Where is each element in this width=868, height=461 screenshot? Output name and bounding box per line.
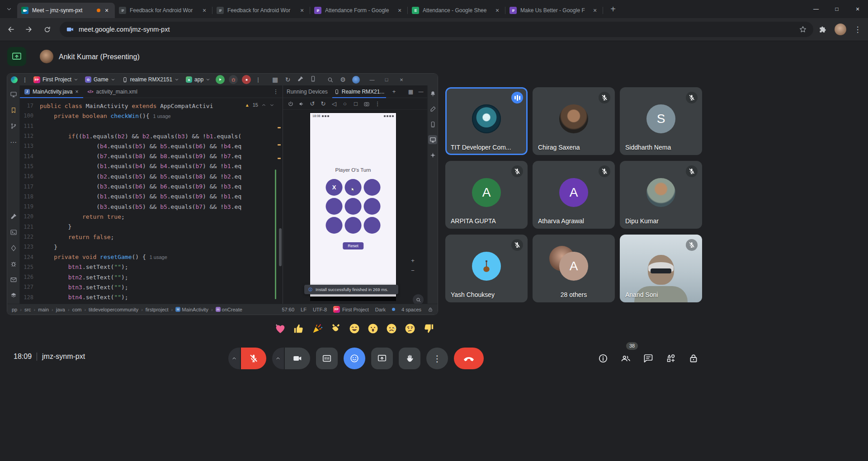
tab-close-icon[interactable]: × [75,89,78,95]
stripe-diamond-button[interactable] [9,244,18,253]
participant-tile[interactable]: AARPITA GUPTA [445,161,528,229]
participant-tile[interactable]: TITTIT Developer Com... [445,87,528,155]
device-volume-button[interactable] [297,99,307,109]
editor-tab[interactable]: JMainActivity.java× [20,85,83,98]
tool-device-phone-button[interactable] [310,75,316,84]
settings-gear-icon[interactable]: ⚙ [340,76,346,83]
file-encoding[interactable]: UTF-8 [313,307,327,312]
tab-close-icon[interactable]: × [298,6,306,14]
device-selector[interactable]: realme RMX2151 [121,75,180,84]
tool-grid-button[interactable]: ▦ [272,76,278,83]
participant-tile[interactable]: A28 others [533,235,615,302]
present-button[interactable] [371,348,393,369]
chat-button[interactable] [643,353,654,364]
stripe-gemini-button[interactable] [428,151,437,160]
search-icon[interactable] [327,76,334,83]
studio-maximize-icon[interactable]: □ [384,77,389,82]
device-nav-home-button[interactable]: ○ [340,99,350,109]
studio-close-icon[interactable]: × [398,76,405,83]
device-rotate-right-button[interactable]: ↻ [318,99,328,109]
panel-layout-icon[interactable]: ▦ [408,89,414,94]
tab-close-icon[interactable]: × [493,6,501,14]
browser-tab[interactable]: Meet – jmz-synm-pxt× [17,3,115,18]
window-close-button[interactable]: × [847,0,868,18]
run-config-selector[interactable]: G Game [84,75,117,84]
browser-tab[interactable]: Attendance - Google Shee× [408,3,505,18]
theme-indicator[interactable]: Dark [375,307,386,312]
main-menu-icon[interactable]: ⋮ [22,76,28,83]
indent-setting[interactable]: 4 spaces [401,307,421,312]
tic-tac-toe-cell[interactable]: X [326,179,343,196]
device-kebab-button[interactable]: ⋮ [373,99,382,109]
tic-tac-toe-cell[interactable] [364,179,381,196]
tool-build-button[interactable] [297,75,304,84]
browser-tab[interactable]: Feedback for Android Wor× [212,3,310,18]
participant-tile[interactable]: Yash Chouksey [445,235,528,302]
tab-close-icon[interactable]: × [103,6,111,14]
panel-hide-icon[interactable]: — [418,89,424,94]
device-rotate-left-button[interactable]: ↺ [307,99,317,109]
captions-button[interactable] [316,348,338,369]
reset-button[interactable]: Reset [343,242,363,249]
stripe-terminal-button[interactable] [9,228,18,237]
extensions-icon[interactable] [819,25,827,34]
run-more-icon[interactable]: ⋮ [255,76,261,83]
browser-menu-icon[interactable]: ⋮ [854,25,862,33]
code-editor[interactable]: 17public class MainActivity extends AppC… [20,98,283,304]
tic-tac-toe-cell[interactable] [326,198,343,215]
reaction-thumbs-up[interactable] [292,322,305,335]
add-device-icon[interactable]: + [391,89,397,95]
new-tab-button[interactable]: + [607,3,619,15]
back-button[interactable] [4,22,18,37]
mic-options-button[interactable] [228,348,240,369]
reaction-thumbs-down[interactable] [422,322,435,335]
stripe-monitor-button[interactable] [428,135,437,144]
caret-position[interactable]: 57:60 [282,307,295,312]
run-button[interactable] [216,75,225,84]
breadcrumb-item[interactable]: firstproject [146,307,169,312]
stripe-bell-button[interactable] [428,89,437,98]
next-warning-icon[interactable] [269,103,274,108]
stripe-monitor-button[interactable] [9,90,18,99]
tab-search-button[interactable] [3,3,15,15]
stripe-device-phone-button[interactable] [428,120,437,129]
stripe-bug-button[interactable] [9,259,18,268]
module-selector[interactable]: a app [184,75,212,84]
zoom-in-button[interactable]: + [409,257,416,264]
participant-tile[interactable]: Dipu Kumar [620,161,702,229]
tab-options-icon[interactable]: ⋮ [273,89,279,95]
reaction-clapping-hands[interactable] [330,322,342,335]
zoom-out-button[interactable]: − [409,267,416,274]
host-controls-button[interactable] [688,353,699,364]
tic-tac-toe-cell[interactable] [345,198,362,215]
window-maximize-button[interactable]: □ [826,0,847,18]
reaction-sparkling-heart[interactable] [274,322,287,335]
browser-tab[interactable]: Make Us Better - Google F× [505,3,603,18]
tool-sync-button[interactable]: ↻ [284,76,291,83]
tic-tac-toe-cell[interactable] [345,217,362,234]
device-nav-recents-button[interactable]: □ [351,99,361,109]
stripe-more-button[interactable]: ⋯ [9,137,18,146]
participant-tile[interactable]: Anand Soni [620,235,702,302]
activities-button[interactable] [665,353,676,364]
ide-account-avatar[interactable] [352,76,360,84]
breadcrumb-item[interactable]: MMainActivity [175,307,208,312]
camera-options-button[interactable] [272,348,284,369]
browser-tab[interactable]: Feedback for Android Wor× [115,3,212,18]
breadcrumb-item[interactable]: pp [12,307,17,312]
stop-button[interactable] [242,75,251,84]
camera-toggle-button[interactable] [285,348,310,369]
breadcrumb-item[interactable]: monCreate [216,307,242,312]
status-project-chip[interactable]: FP First Project [333,306,369,313]
reaction-thinking[interactable] [404,322,416,335]
stripe-mail-button[interactable] [9,275,18,284]
project-selector[interactable]: FP First Project [32,75,80,84]
tab-close-icon[interactable]: × [591,6,599,14]
info-button[interactable] [598,353,609,364]
breadcrumb-item[interactable]: com [72,307,82,312]
studio-minimize-icon[interactable]: — [369,77,375,82]
stripe-bookmark-button[interactable] [9,106,18,115]
participant-tile[interactable]: AAtharva Agrawal [533,161,615,229]
breadcrumb-item[interactable]: main [38,307,49,312]
reaction-surprised[interactable] [367,322,379,335]
